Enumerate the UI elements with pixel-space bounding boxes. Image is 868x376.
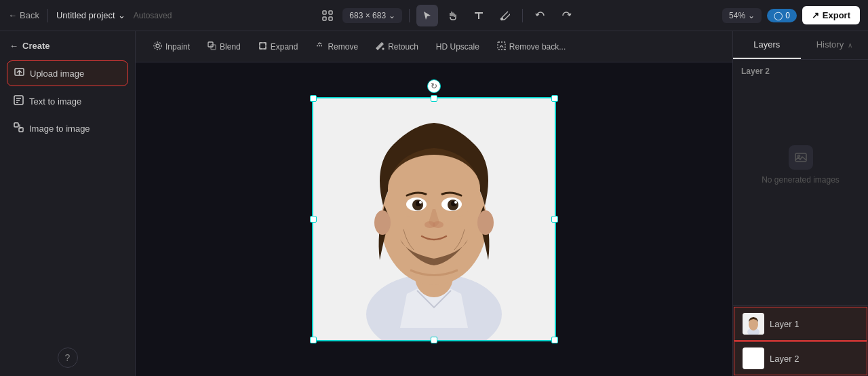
canvas-area: Inpaint Blend Expand Remove bbox=[136, 31, 732, 376]
svg-rect-3 bbox=[329, 17, 332, 20]
credit-badge[interactable]: ◯ 0 bbox=[767, 9, 797, 22]
retouch-button[interactable]: Retouch bbox=[369, 38, 425, 56]
image-to-image-icon bbox=[14, 122, 24, 134]
help-icon: ? bbox=[65, 352, 71, 363]
no-generated-area: No generated images bbox=[733, 79, 868, 305]
svg-point-29 bbox=[419, 201, 422, 204]
project-name-button[interactable]: Untitled project ⌄ bbox=[56, 10, 125, 20]
topbar-center-tools: 683 × 683 ⌄ bbox=[177, 5, 717, 26]
remove-icon bbox=[315, 41, 324, 52]
export-icon: ↗ bbox=[812, 10, 819, 20]
svg-point-33 bbox=[374, 210, 391, 235]
svg-point-32 bbox=[433, 221, 443, 228]
undo-button[interactable] bbox=[530, 5, 551, 26]
project-chevron-icon: ⌄ bbox=[118, 10, 125, 20]
zoom-control[interactable]: 54% ⌄ bbox=[722, 8, 762, 23]
remove-back-label: Remove back... bbox=[509, 42, 566, 52]
remove-button[interactable]: Remove bbox=[309, 38, 365, 56]
zoom-chevron-icon: ⌄ bbox=[748, 11, 755, 20]
svg-rect-35 bbox=[795, 153, 806, 162]
sidebar-title: Create bbox=[22, 41, 50, 51]
text-to-image-label: Text to image bbox=[29, 96, 81, 107]
frame-icon-button[interactable] bbox=[317, 5, 338, 26]
rotate-handle[interactable]: ↻ bbox=[427, 79, 441, 93]
history-chevron-icon: ∧ bbox=[848, 41, 852, 49]
zoom-level: 54% bbox=[729, 11, 745, 20]
svg-point-34 bbox=[477, 210, 494, 235]
remove-background-button[interactable]: Remove back... bbox=[490, 38, 572, 56]
sidebar-back-icon: ← bbox=[9, 41, 18, 51]
hd-upscale-button[interactable]: HD Upscale bbox=[429, 39, 486, 55]
project-name: Untitled project bbox=[56, 10, 115, 20]
inpaint-label: Inpaint bbox=[165, 42, 190, 52]
sidebar-item-image-to-image[interactable]: Image to image bbox=[7, 116, 128, 140]
svg-point-4 bbox=[501, 18, 503, 20]
layers-section: Layer 2 No generated images bbox=[733, 60, 868, 376]
topbar-divider bbox=[47, 9, 48, 22]
back-arrow-icon: ← bbox=[8, 10, 17, 20]
back-button[interactable]: ← Back bbox=[8, 10, 39, 20]
export-button[interactable]: ↗ Export bbox=[802, 6, 860, 24]
tab-history[interactable]: History ∧ bbox=[801, 31, 869, 59]
svg-point-10 bbox=[154, 42, 161, 50]
sidebar-header: ← Create bbox=[7, 39, 128, 52]
history-tab-label: History bbox=[816, 39, 844, 50]
canvas-viewport[interactable]: ↻ bbox=[136, 62, 732, 376]
main-layout: ← Create Upload image Text to image Imag… bbox=[0, 31, 868, 376]
svg-rect-0 bbox=[323, 11, 326, 14]
svg-point-30 bbox=[454, 201, 457, 204]
topbar-right: 54% ⌄ ◯ 0 ↗ Export bbox=[722, 6, 860, 24]
svg-rect-14 bbox=[260, 43, 266, 49]
help-button[interactable]: ? bbox=[58, 347, 78, 368]
no-generated-text: No generated images bbox=[762, 175, 840, 185]
canvas-size-control[interactable]: 683 × 683 ⌄ bbox=[342, 8, 402, 23]
layers-tab-label: Layers bbox=[753, 39, 780, 50]
svg-rect-2 bbox=[323, 17, 326, 20]
remove-label: Remove bbox=[328, 42, 358, 52]
inpaint-icon bbox=[153, 41, 162, 52]
topbar: ← Back Untitled project ⌄ Autosaved 683 … bbox=[0, 0, 868, 31]
sidebar-item-upload[interactable]: Upload image bbox=[7, 60, 128, 86]
text-to-image-icon bbox=[14, 95, 24, 107]
layer-2-thumbnail bbox=[743, 347, 764, 369]
toolbar-row: Inpaint Blend Expand Remove bbox=[136, 31, 732, 62]
no-gen-icon bbox=[789, 145, 813, 170]
select-tool-button[interactable] bbox=[416, 5, 438, 26]
blend-icon bbox=[208, 41, 216, 52]
canvas-size-label: 683 × 683 bbox=[349, 11, 386, 20]
layer-row-2[interactable]: Layer 2 bbox=[734, 341, 867, 375]
layer-2-thumb-content bbox=[743, 347, 764, 369]
upload-image-label: Upload image bbox=[30, 69, 84, 79]
hd-upscale-label: HD Upscale bbox=[436, 42, 479, 52]
layer-2-name: Layer 2 bbox=[770, 354, 799, 364]
svg-rect-8 bbox=[14, 123, 18, 127]
layer-1-name: Layer 1 bbox=[770, 319, 799, 329]
sidebar-item-text-to-image[interactable]: Text to image bbox=[7, 89, 128, 113]
hand-tool-button[interactable] bbox=[442, 5, 464, 26]
credit-count: 0 bbox=[785, 11, 790, 20]
blend-label: Blend bbox=[220, 42, 241, 52]
text-tool-button[interactable] bbox=[468, 5, 490, 26]
autosaved-status: Autosaved bbox=[134, 11, 172, 20]
retouch-label: Retouch bbox=[388, 42, 418, 52]
remove-back-icon bbox=[497, 41, 506, 52]
brush-tool-button[interactable] bbox=[494, 5, 515, 26]
layers-list: Layer 1 Layer 2 bbox=[733, 305, 868, 376]
redo-button[interactable] bbox=[555, 5, 577, 26]
expand-label: Expand bbox=[271, 42, 298, 52]
svg-point-11 bbox=[156, 44, 159, 48]
divider3 bbox=[522, 9, 523, 22]
tab-layers[interactable]: Layers bbox=[733, 31, 801, 59]
expand-button[interactable]: Expand bbox=[252, 38, 305, 56]
left-sidebar: ← Create Upload image Text to image Imag… bbox=[0, 31, 136, 376]
sidebar-spacer bbox=[7, 143, 128, 342]
canvas-image bbox=[312, 97, 556, 341]
layer-row-1[interactable]: Layer 1 bbox=[734, 307, 867, 341]
export-label: Export bbox=[823, 10, 850, 20]
svg-rect-1 bbox=[329, 11, 332, 14]
right-tabs: Layers History ∧ bbox=[733, 31, 868, 60]
layer-1-thumb-content bbox=[743, 313, 764, 335]
inpaint-button[interactable]: Inpaint bbox=[146, 38, 197, 56]
blend-button[interactable]: Blend bbox=[201, 38, 248, 56]
divider2 bbox=[409, 9, 410, 22]
